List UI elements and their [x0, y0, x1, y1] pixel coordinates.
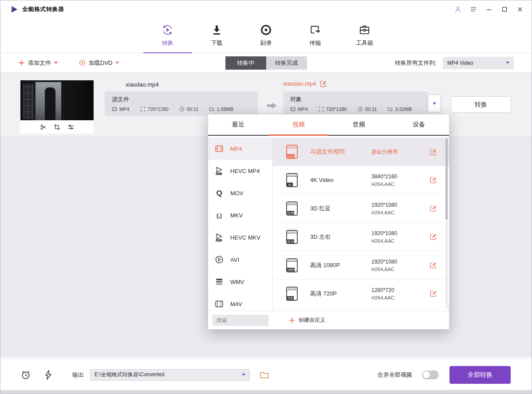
merge-toggle[interactable]: [422, 370, 439, 379]
svg-text:HEVC: HEVC: [217, 239, 221, 241]
output-path-select[interactable]: [90, 369, 250, 381]
preset-codec: H264,AAC: [371, 238, 430, 244]
rename-edit-icon[interactable]: [320, 80, 327, 87]
preset-row-3d-leftright[interactable]: 3D LR 3D 左右 1920*1080 H264,AAC: [273, 223, 449, 251]
preset-specs: 1280*720 H264,AAC: [371, 287, 430, 300]
preset-row-720p[interactable]: 720P 高清 720P 1280*720 H264,AAC: [273, 280, 449, 308]
convert-file-button[interactable]: 转换: [451, 96, 511, 113]
edit-preset-icon[interactable]: [430, 205, 437, 212]
format-item-m4v[interactable]: M4V: [208, 293, 272, 311]
preset-file-icon: 1080P: [285, 258, 299, 273]
maximize-button[interactable]: [501, 6, 508, 13]
tab-download[interactable]: 下载: [200, 18, 234, 53]
matroska-icon: {,}: [215, 211, 225, 220]
crop-icon[interactable]: [54, 124, 60, 130]
close-button[interactable]: [516, 6, 524, 13]
format-item-label: MP4: [230, 146, 242, 152]
format-item-label: HEVC MP4: [230, 168, 260, 174]
tab-transfer[interactable]: 传输: [298, 18, 333, 53]
popup-tab-recent[interactable]: 最近: [208, 114, 268, 135]
chevron-down-icon: [506, 62, 509, 64]
window-controls: [454, 6, 524, 13]
output-path-input[interactable]: [95, 372, 242, 378]
add-files-label: 添加文件: [28, 59, 51, 67]
tab-toolbox[interactable]: 工具箱: [347, 18, 382, 53]
source-file-name: xiaodao.mp4: [126, 81, 158, 88]
video-preview-image: [20, 80, 94, 120]
preset-name: 3D 红蓝: [310, 205, 371, 213]
svg-text:Q: Q: [216, 189, 222, 197]
app-logo-icon: [10, 5, 18, 13]
format-item-hevc-mkv[interactable]: HEVC HEVC MKV: [208, 226, 272, 248]
m4v-film-icon: [215, 299, 225, 308]
chevron-down-icon: [242, 374, 245, 376]
download-icon: [211, 24, 223, 36]
preset-dropdown-button[interactable]: [428, 95, 441, 112]
schedule-clock-icon[interactable]: [20, 370, 31, 380]
preset-row-same-as-source[interactable]: source 与源文件相同 原始分辨率: [273, 138, 449, 166]
create-custom-label: 创建自定义: [299, 316, 325, 324]
format-item-hevc-mp4[interactable]: HEVC HEVC MP4: [208, 160, 272, 182]
format-item-label: AVI: [230, 256, 239, 263]
dvd-icon: [79, 59, 86, 66]
output-format-select[interactable]: MP4 Video: [443, 57, 514, 69]
format-item-mov[interactable]: Q MOV: [208, 182, 272, 204]
format-item-avi[interactable]: AVI: [208, 248, 272, 271]
app-window: 全能格式转换器: [0, 0, 532, 394]
preset-row-3d-redblue[interactable]: 3D RB 3D 红蓝 1920*1080 H264,AAC: [273, 194, 449, 223]
window-grid-decoration: [23, 84, 34, 118]
popup-tab-device[interactable]: 设备: [389, 114, 449, 135]
target-meta: MP4 720*1280 00:11 3.52MB: [290, 106, 420, 112]
preset-codec: H264,AAC: [371, 181, 430, 187]
create-custom-button[interactable]: 创建自定义: [289, 316, 325, 324]
popup-tab-video[interactable]: 视频: [268, 114, 329, 135]
edit-preset-icon[interactable]: [430, 290, 437, 297]
preset-codec: H264,AAC: [371, 267, 430, 272]
convert-icon: [162, 24, 173, 36]
duration-clock-icon: [179, 106, 185, 112]
account-icon[interactable]: [454, 6, 461, 13]
minimize-button[interactable]: [485, 6, 493, 13]
popup-tab-audio[interactable]: 音频: [329, 114, 389, 135]
add-files-button[interactable]: 添加文件: [18, 59, 58, 67]
preset-row-4k[interactable]: 4K 4K Video 3840*2160 H264,AAC: [273, 166, 449, 194]
video-thumbnail[interactable]: [20, 80, 94, 134]
hevc-play-icon: HEVC: [215, 233, 225, 242]
effects-tune-icon[interactable]: [67, 124, 74, 130]
preset-list-scrollbar[interactable]: [445, 138, 448, 308]
edit-preset-icon[interactable]: [430, 149, 437, 155]
source-resolution: 720*1280: [148, 106, 169, 112]
window-bottom-edge: [0, 390, 532, 394]
format-icon: [290, 106, 296, 112]
load-dvd-button[interactable]: 加载DVD: [79, 59, 119, 67]
format-item-wmv[interactable]: WMV: [208, 271, 272, 293]
high-speed-bolt-icon[interactable]: [44, 370, 52, 380]
preset-file-icon: 3D RB: [285, 201, 299, 216]
trim-icon[interactable]: [40, 124, 47, 130]
search-input[interactable]: [213, 315, 268, 326]
tab-burn[interactable]: 刻录: [249, 18, 284, 53]
preset-specs: 1920*1080 H264,AAC: [371, 230, 430, 244]
format-item-mp4[interactable]: MP4: [208, 138, 272, 160]
format-item-mkv[interactable]: {,} MKV: [208, 204, 272, 226]
edit-preset-icon[interactable]: [430, 233, 437, 240]
toolbar: 添加文件 加载DVD 转换中 转换完成 转换所有文件到: MP4 Video: [0, 53, 532, 73]
preset-specs: 1920*1080 H264,AAC: [371, 202, 430, 215]
source-meta: MP4 720*1280 00:11 1.69MB: [112, 106, 251, 112]
open-folder-icon[interactable]: [260, 370, 269, 379]
tab-converting[interactable]: 转换中: [225, 56, 266, 70]
tab-converted[interactable]: 转换完成: [266, 56, 307, 70]
resolution-icon: [140, 106, 146, 112]
svg-text:source: source: [287, 155, 294, 158]
plus-icon: [289, 317, 295, 323]
merge-videos-label: 合并全部视频: [378, 371, 412, 379]
edit-preset-icon[interactable]: [430, 262, 437, 268]
format-item-label: M4V: [230, 301, 242, 307]
tab-download-label: 下载: [211, 39, 223, 47]
preset-row-1080p[interactable]: 1080P 高清 1080P 1920*1080 H264,AAC: [273, 251, 449, 280]
tab-convert[interactable]: 转换: [150, 18, 185, 53]
menu-icon[interactable]: [470, 6, 477, 13]
convert-all-button[interactable]: 全部转换: [449, 366, 511, 384]
scrollbar-thumb[interactable]: [445, 138, 448, 220]
edit-preset-icon[interactable]: [430, 177, 437, 183]
